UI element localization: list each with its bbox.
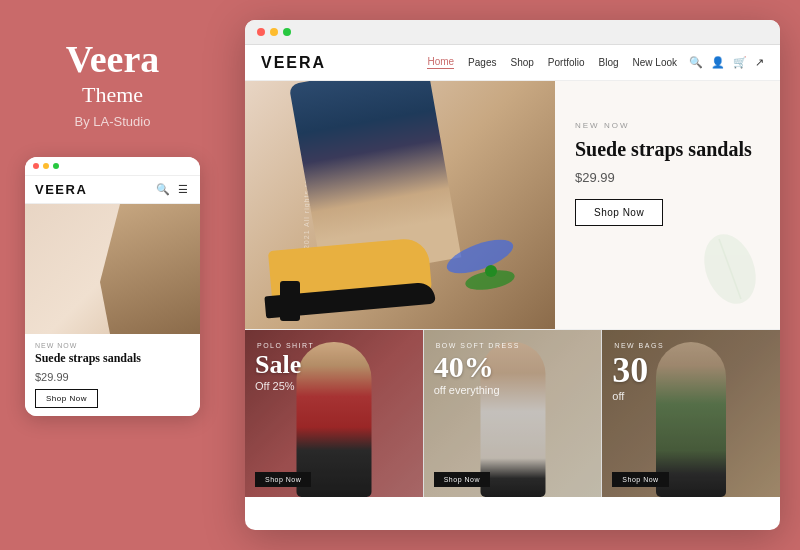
desktop-product-cards: POLO SHIRT Sale Off 25% Shop Now BOW SOF…: [245, 329, 780, 497]
brand-title: Veera: [66, 40, 160, 78]
theme-label: Theme: [82, 82, 143, 108]
product-card-polo: POLO SHIRT Sale Off 25% Shop Now: [245, 330, 424, 497]
desktop-hero-image: © 2021 All rights reserved: [245, 81, 555, 329]
mobile-browser-bar: [25, 157, 200, 176]
card-shop-btn-2[interactable]: Shop Now: [434, 472, 490, 487]
card-sale-main-2: 40%: [434, 352, 592, 382]
mobile-dot-green: [53, 163, 59, 169]
card-sale-main-1: Sale: [255, 352, 413, 378]
menu-icon: ☰: [176, 183, 190, 197]
by-label: By LA-Studio: [75, 114, 151, 129]
nav-link-shop[interactable]: Shop: [510, 57, 533, 68]
desktop-hero-price: $29.99: [575, 170, 760, 185]
card-label-2: BOW SOFT DRESS: [436, 342, 520, 349]
mobile-nav-icons: 🔍 ☰: [156, 183, 190, 197]
mobile-dot-red: [33, 163, 39, 169]
nav-link-pages[interactable]: Pages: [468, 57, 496, 68]
card-sale-sub-2: off everything: [434, 384, 592, 396]
desktop-browser-bar: [245, 20, 780, 45]
card-sale-main-3: 30: [612, 352, 770, 388]
desktop-nav-icons: 🔍 👤 🛒 ↗: [689, 56, 764, 69]
mobile-new-now-label: NEW NOW: [35, 342, 190, 349]
card-sale-1: Sale Off 25%: [255, 352, 413, 392]
desktop-hero-content: NEW NOW Suede straps sandals $29.99 Shop…: [555, 81, 780, 329]
card-sale-2: 40% off everything: [434, 352, 592, 396]
sidebar: Veera Theme By LA-Studio VEERA 🔍 ☰ NEW N…: [0, 0, 225, 550]
desktop-dot-red: [257, 28, 265, 36]
desktop-nav: VEERA Home Pages Shop Portfolio Blog New…: [245, 45, 780, 81]
hero-shoe-heel: [280, 281, 300, 321]
card-sale-3: 30 off: [612, 352, 770, 402]
brush-stroke-dot: [485, 265, 497, 277]
nav-link-portfolio[interactable]: Portfolio: [548, 57, 585, 68]
card-sale-sub-3: off: [612, 390, 770, 402]
mobile-product-content: NEW NOW Suede straps sandals $29.99 Shop…: [25, 334, 200, 416]
desktop-user-icon[interactable]: 👤: [711, 56, 725, 69]
desktop-share-icon[interactable]: ↗: [755, 56, 764, 69]
mobile-mockup: VEERA 🔍 ☰ NEW NOW Suede straps sandals $…: [25, 157, 200, 416]
desktop-dot-green: [283, 28, 291, 36]
desktop-logo: VEERA: [261, 54, 326, 72]
card-shop-btn-3[interactable]: Shop Now: [612, 472, 668, 487]
desktop-search-icon[interactable]: 🔍: [689, 56, 703, 69]
desktop-hero: © 2021 All rights reserved NEW NOW Suede…: [245, 81, 780, 329]
desktop-hero-new-now: NEW NOW: [575, 121, 760, 130]
desktop-hero-shop-button[interactable]: Shop Now: [575, 199, 663, 226]
card-label-1: POLO SHIRT: [257, 342, 314, 349]
desktop-mockup: VEERA Home Pages Shop Portfolio Blog New…: [245, 20, 780, 530]
product-card-bags: NEW BAGS 30 off Shop Now: [602, 330, 780, 497]
mobile-price: $29.99: [35, 371, 190, 383]
mobile-shop-button[interactable]: Shop Now: [35, 389, 98, 408]
card-label-3: NEW BAGS: [614, 342, 664, 349]
mobile-shoe-visual: [100, 204, 200, 334]
desktop-nav-links: Home Pages Shop Portfolio Blog New Look: [427, 56, 677, 69]
card-sale-sub-1: Off 25%: [255, 380, 413, 392]
product-card-dress: BOW SOFT DRESS 40% off everything Shop N…: [424, 330, 603, 497]
mobile-dot-yellow: [43, 163, 49, 169]
mobile-nav: VEERA 🔍 ☰: [25, 176, 200, 204]
hero-deco-leaf: [690, 229, 770, 309]
nav-link-home[interactable]: Home: [427, 56, 454, 69]
desktop-hero-title: Suede straps sandals: [575, 136, 760, 162]
desktop-cart-icon[interactable]: 🛒: [733, 56, 747, 69]
desktop-dot-yellow: [270, 28, 278, 36]
nav-link-blog[interactable]: Blog: [599, 57, 619, 68]
mobile-hero-image: [25, 204, 200, 334]
mobile-logo: VEERA: [35, 182, 87, 197]
mobile-product-title: Suede straps sandals: [35, 351, 190, 367]
search-icon: 🔍: [156, 183, 170, 197]
mobile-hero: [25, 204, 200, 334]
card-shop-btn-1[interactable]: Shop Now: [255, 472, 311, 487]
nav-link-new-look[interactable]: New Look: [633, 57, 677, 68]
